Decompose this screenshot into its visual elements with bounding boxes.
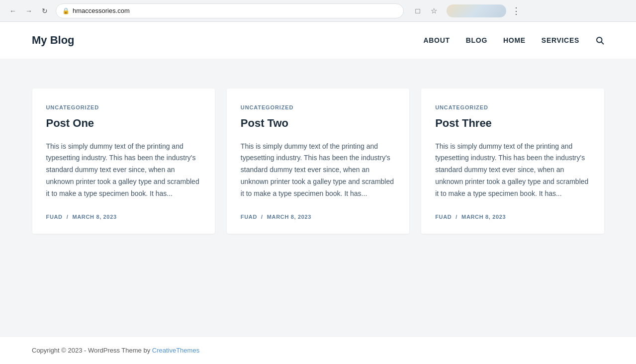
post-date: MARCH 8, 2023 bbox=[72, 214, 116, 220]
post-card: UNCATEGORIZED Post Three This is simply … bbox=[421, 89, 604, 234]
forward-button[interactable]: → bbox=[22, 4, 36, 18]
meta-separator: / bbox=[455, 214, 457, 220]
browser-nav-buttons: ← → ↻ bbox=[6, 4, 52, 18]
lock-icon: 🔒 bbox=[62, 7, 70, 14]
search-button[interactable] bbox=[595, 36, 604, 45]
post-title[interactable]: Post Three bbox=[435, 116, 590, 131]
post-card: UNCATEGORIZED Post One This is simply du… bbox=[32, 89, 215, 234]
copyright-text: Copyright © 2023 - WordPress Theme by bbox=[32, 347, 152, 354]
post-title[interactable]: Post One bbox=[46, 116, 201, 131]
profile-pill bbox=[447, 4, 506, 17]
menu-button[interactable]: ⋮ bbox=[509, 4, 523, 18]
nav-blog[interactable]: BLOG bbox=[466, 36, 487, 44]
nav-services[interactable]: SERVICES bbox=[542, 36, 579, 44]
bookmark-button[interactable]: □ bbox=[411, 4, 425, 18]
site-wrapper: My Blog ABOUT BLOG HOME SERVICES UNCATEG… bbox=[0, 22, 636, 364]
post-date: MARCH 8, 2023 bbox=[267, 214, 311, 220]
address-bar[interactable]: 🔒 hmaccessories.com bbox=[56, 3, 404, 18]
nav-home[interactable]: HOME bbox=[503, 36, 526, 44]
post-category: UNCATEGORIZED bbox=[435, 104, 590, 110]
svg-line-1 bbox=[601, 42, 603, 44]
post-card: UNCATEGORIZED Post Two This is simply du… bbox=[227, 89, 409, 234]
post-author: FUAD bbox=[241, 214, 257, 220]
nav-about[interactable]: ABOUT bbox=[424, 36, 450, 44]
post-title[interactable]: Post Two bbox=[241, 116, 395, 131]
url-text: hmaccessories.com bbox=[73, 7, 397, 14]
reload-button[interactable]: ↻ bbox=[38, 4, 52, 18]
browser-actions: □ ☆ ⋮ bbox=[411, 4, 523, 18]
post-excerpt: This is simply dummy text of the printin… bbox=[241, 141, 395, 200]
post-excerpt: This is simply dummy text of the printin… bbox=[435, 141, 590, 200]
post-date: MARCH 8, 2023 bbox=[461, 214, 506, 220]
meta-separator: / bbox=[261, 214, 263, 220]
post-author: FUAD bbox=[435, 214, 452, 220]
post-meta: FUAD / MARCH 8, 2023 bbox=[435, 214, 590, 220]
meta-separator: / bbox=[67, 214, 69, 220]
post-category: UNCATEGORIZED bbox=[46, 104, 201, 110]
posts-grid: UNCATEGORIZED Post One This is simply du… bbox=[32, 89, 604, 234]
browser-chrome: ← → ↻ 🔒 hmaccessories.com □ ☆ ⋮ bbox=[0, 0, 636, 22]
site-main: UNCATEGORIZED Post One This is simply du… bbox=[0, 59, 636, 336]
post-excerpt: This is simply dummy text of the printin… bbox=[46, 141, 201, 200]
post-category: UNCATEGORIZED bbox=[241, 104, 395, 110]
post-author: FUAD bbox=[46, 214, 63, 220]
site-footer: Copyright © 2023 - WordPress Theme by Cr… bbox=[0, 336, 636, 364]
back-button[interactable]: ← bbox=[6, 4, 20, 18]
site-logo[interactable]: My Blog bbox=[32, 34, 75, 47]
star-button[interactable]: ☆ bbox=[427, 4, 441, 18]
post-meta: FUAD / MARCH 8, 2023 bbox=[46, 214, 201, 220]
site-nav: ABOUT BLOG HOME SERVICES bbox=[424, 36, 605, 45]
post-meta: FUAD / MARCH 8, 2023 bbox=[241, 214, 395, 220]
site-header: My Blog ABOUT BLOG HOME SERVICES bbox=[0, 22, 636, 59]
footer-link[interactable]: CreativeThemes bbox=[152, 347, 199, 354]
